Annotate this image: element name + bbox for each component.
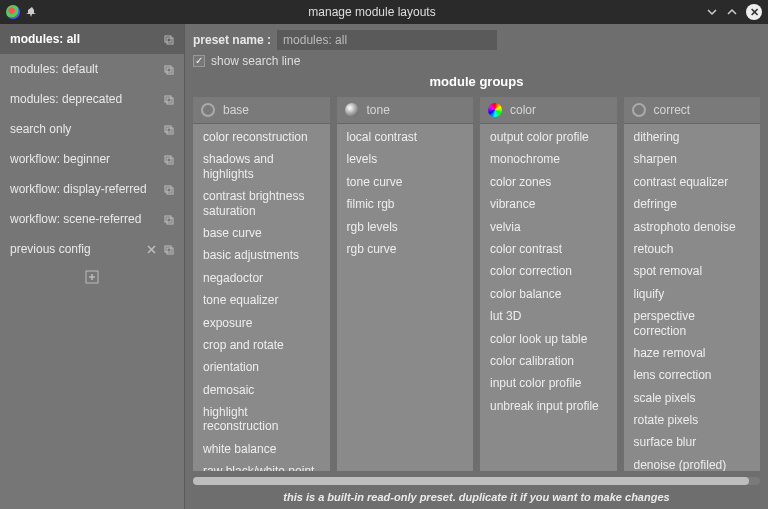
module-item[interactable]: color reconstruction <box>203 130 320 144</box>
show-search-line-row[interactable]: show search line <box>193 54 760 68</box>
svg-rect-5 <box>167 98 173 104</box>
module-item[interactable]: levels <box>347 152 464 166</box>
duplicate-icon[interactable] <box>163 214 174 225</box>
module-item[interactable]: denoise (profiled) <box>634 458 751 471</box>
module-item[interactable]: filmic rgb <box>347 197 464 211</box>
delete-icon[interactable] <box>146 244 157 255</box>
module-item[interactable]: velvia <box>490 220 607 234</box>
preset-row: preset name : <box>193 30 760 50</box>
pin-icon[interactable] <box>26 6 38 18</box>
sidebar-item-modules-deprecated[interactable]: modules: deprecated <box>0 84 184 114</box>
module-item[interactable]: base curve <box>203 226 320 240</box>
svg-rect-15 <box>167 248 173 254</box>
module-item[interactable]: highlight reconstruction <box>203 405 320 434</box>
sidebar-item-label: modules: all <box>10 32 80 46</box>
close-icon[interactable]: ✕ <box>746 4 762 20</box>
svg-rect-2 <box>165 66 171 72</box>
module-item[interactable]: crop and rotate <box>203 338 320 352</box>
preset-name-input[interactable] <box>277 30 497 50</box>
group-header-tone[interactable]: tone <box>337 97 474 124</box>
group-correct: correctditheringsharpencontrast equalize… <box>624 97 761 471</box>
duplicate-icon[interactable] <box>163 244 174 255</box>
module-groups: basecolor reconstructionshadows and high… <box>193 97 760 471</box>
sidebar-item-search-only[interactable]: search only <box>0 114 184 144</box>
maximize-icon[interactable] <box>726 6 738 18</box>
module-item[interactable]: retouch <box>634 242 751 256</box>
svg-rect-12 <box>165 216 171 222</box>
section-title: module groups <box>193 74 760 89</box>
module-item[interactable]: color balance <box>490 287 607 301</box>
scrollbar-thumb[interactable] <box>193 477 749 485</box>
module-item[interactable]: color zones <box>490 175 607 189</box>
duplicate-icon[interactable] <box>163 184 174 195</box>
svg-rect-14 <box>165 246 171 252</box>
module-item[interactable]: color calibration <box>490 354 607 368</box>
sidebar-item-workflow-scene-referred[interactable]: workflow: scene-referred <box>0 204 184 234</box>
group-body-correct: ditheringsharpencontrast equalizerdefrin… <box>624 124 761 471</box>
module-item[interactable]: output color profile <box>490 130 607 144</box>
module-item[interactable]: orientation <box>203 360 320 374</box>
module-item[interactable]: exposure <box>203 316 320 330</box>
sidebar-item-label: previous config <box>10 242 91 256</box>
module-item[interactable]: rgb curve <box>347 242 464 256</box>
svg-rect-6 <box>165 126 171 132</box>
module-item[interactable]: shadows and highlights <box>203 152 320 181</box>
module-item[interactable]: liquify <box>634 287 751 301</box>
group-header-correct[interactable]: correct <box>624 97 761 124</box>
duplicate-icon[interactable] <box>163 94 174 105</box>
module-item[interactable]: rotate pixels <box>634 413 751 427</box>
module-item[interactable]: tone curve <box>347 175 464 189</box>
footer-note: this is a built-in read-only preset. dup… <box>193 485 760 505</box>
sidebar-item-previous-config[interactable]: previous config <box>0 234 184 264</box>
module-item[interactable]: color look up table <box>490 332 607 346</box>
minimize-icon[interactable] <box>706 6 718 18</box>
module-item[interactable]: contrast equalizer <box>634 175 751 189</box>
module-item[interactable]: surface blur <box>634 435 751 449</box>
color-icon <box>488 103 502 117</box>
module-item[interactable]: dithering <box>634 130 751 144</box>
preset-name-label: preset name : <box>193 33 271 47</box>
module-item[interactable]: local contrast <box>347 130 464 144</box>
duplicate-icon[interactable] <box>163 34 174 45</box>
module-item[interactable]: defringe <box>634 197 751 211</box>
group-label: correct <box>654 103 691 117</box>
duplicate-icon[interactable] <box>163 64 174 75</box>
module-item[interactable]: white balance <box>203 442 320 456</box>
module-item[interactable]: scale pixels <box>634 391 751 405</box>
module-item[interactable]: lens correction <box>634 368 751 382</box>
module-item[interactable]: rgb levels <box>347 220 464 234</box>
module-item[interactable]: negadoctor <box>203 271 320 285</box>
add-preset-button[interactable] <box>0 264 184 293</box>
group-header-base[interactable]: base <box>193 97 330 124</box>
module-item[interactable]: haze removal <box>634 346 751 360</box>
module-item[interactable]: sharpen <box>634 152 751 166</box>
module-item[interactable]: raw black/white point <box>203 464 320 471</box>
module-item[interactable]: vibrance <box>490 197 607 211</box>
duplicate-icon[interactable] <box>163 124 174 135</box>
group-header-color[interactable]: color <box>480 97 617 124</box>
show-search-label: show search line <box>211 54 300 68</box>
module-item[interactable]: input color profile <box>490 376 607 390</box>
svg-rect-13 <box>167 218 173 224</box>
module-item[interactable]: astrophoto denoise <box>634 220 751 234</box>
sidebar-item-workflow-beginner[interactable]: workflow: beginner <box>0 144 184 174</box>
module-item[interactable]: basic adjustments <box>203 248 320 262</box>
duplicate-icon[interactable] <box>163 154 174 165</box>
main: modules: allmodules: defaultmodules: dep… <box>0 24 768 509</box>
module-item[interactable]: perspective correction <box>634 309 751 338</box>
module-item[interactable]: tone equalizer <box>203 293 320 307</box>
module-item[interactable]: color correction <box>490 264 607 278</box>
module-item[interactable]: lut 3D <box>490 309 607 323</box>
module-item[interactable]: contrast brightness saturation <box>203 189 320 218</box>
module-item[interactable]: unbreak input profile <box>490 399 607 413</box>
module-item[interactable]: spot removal <box>634 264 751 278</box>
sidebar-item-workflow-display-referred[interactable]: workflow: display-referred <box>0 174 184 204</box>
group-label: tone <box>367 103 390 117</box>
horizontal-scrollbar[interactable] <box>193 477 760 485</box>
module-item[interactable]: color contrast <box>490 242 607 256</box>
module-item[interactable]: demosaic <box>203 383 320 397</box>
sidebar-item-modules-all[interactable]: modules: all <box>0 24 184 54</box>
module-item[interactable]: monochrome <box>490 152 607 166</box>
show-search-checkbox[interactable] <box>193 55 205 67</box>
sidebar-item-modules-default[interactable]: modules: default <box>0 54 184 84</box>
